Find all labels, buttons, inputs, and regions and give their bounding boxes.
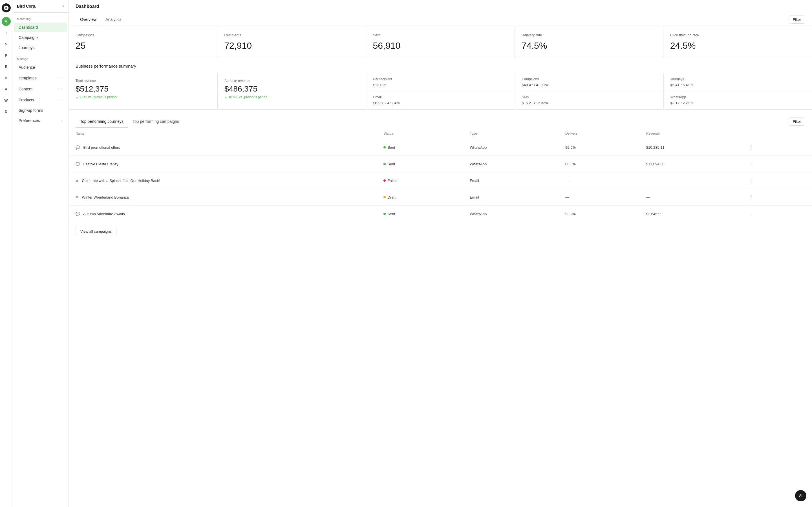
- campaign-type: WhatsApp: [463, 156, 559, 172]
- more-button[interactable]: ⋮: [746, 160, 756, 168]
- campaign-revenue: $10,235.11: [640, 139, 740, 156]
- status-dot-sent: [384, 213, 386, 215]
- table-tabs-bar: Top performing Journeys Top performing c…: [69, 115, 812, 128]
- perf-change: 2.5% vs. previous period: [75, 95, 210, 99]
- main-tabs: Overview Analytics: [75, 13, 126, 26]
- campaign-status: Sent: [377, 206, 463, 222]
- view-all-campaigns-button[interactable]: View all campaigns: [75, 227, 116, 236]
- table-row: ✉ Winter Wonderland Bonanza Draft Email …: [69, 189, 812, 206]
- more-icon[interactable]: ⋯: [58, 86, 62, 92]
- perf-label: Journeys: [670, 77, 805, 81]
- more-icon[interactable]: ⋯: [58, 75, 62, 80]
- status-label: Sent: [388, 212, 395, 216]
- perf-value: $512,375: [75, 84, 210, 94]
- stat-label: Campaigns: [75, 33, 210, 37]
- sidebar-item-dashboard[interactable]: Dashboard: [14, 22, 67, 32]
- dashboard-content: Campaigns 25 Recipients 72,910 Sent 56,9…: [69, 26, 812, 507]
- campaign-delivers: 99.6%: [559, 139, 640, 156]
- sidebar-item-campaigns[interactable]: Campaigns: [14, 33, 67, 42]
- rail-icon-m[interactable]: M: [2, 17, 11, 26]
- more-icon[interactable]: ⋯: [58, 97, 62, 103]
- sidebar-item-journeys[interactable]: Journeys: [14, 43, 67, 52]
- rail-icon-d[interactable]: D: [2, 107, 11, 116]
- more-button[interactable]: ⋮: [746, 210, 756, 218]
- status-dot-draft: [384, 196, 386, 198]
- rail-icon-h[interactable]: H: [2, 73, 11, 82]
- rail-icon-p[interactable]: P: [2, 51, 11, 60]
- stat-card-click-through: Click through rate 24.5%: [663, 26, 812, 58]
- perf-sub-value: $61.28 / 46.84%: [373, 101, 508, 105]
- perf-cell-whatsapp-rev: WhatsApp $2.12 / 2.21%: [663, 91, 812, 109]
- sidebar-item-audience[interactable]: Audience: [14, 62, 67, 72]
- filter-button[interactable]: Filter: [789, 15, 805, 24]
- stat-label: Recipients: [224, 33, 359, 37]
- ai-button[interactable]: AI: [795, 490, 806, 501]
- campaigns-table: Name Status Type Delivers Revenue 💬 Bird…: [69, 128, 812, 222]
- business-perf-section: Business performance summary Total reven…: [69, 58, 812, 110]
- stat-card-delivery-rate: Delivery rate 74.5%: [515, 26, 663, 58]
- sidebar-item-label: Campaigns: [18, 35, 39, 40]
- tab-top-campaigns[interactable]: Top performing campaigns: [128, 115, 184, 128]
- rail-icon-e[interactable]: E: [2, 62, 11, 71]
- sidebar: Bird Corp. ▾ Marketing Dashboard Campaig…: [12, 0, 69, 507]
- campaign-revenue: $12,894.36: [640, 156, 740, 172]
- sidebar-item-content[interactable]: Content ⋯: [14, 83, 67, 94]
- campaign-actions: ⋮: [740, 189, 812, 206]
- campaign-name: 💬 Autumn Adventure Awaits: [69, 206, 377, 222]
- perf-cell-campaigns-rev: Campaigns $48.47 / 41.11%: [515, 73, 663, 91]
- perf-label: WhatsApp: [670, 95, 805, 99]
- tab-top-journeys[interactable]: Top performing Journeys: [75, 115, 128, 128]
- more-button[interactable]: ⋮: [746, 176, 756, 185]
- status-label: Failed: [388, 179, 397, 183]
- perf-label: Campaigns: [522, 77, 657, 81]
- perf-right-grid: Per recipient $121.36 Campaigns $48.47 /…: [366, 73, 812, 109]
- section-title: Business performance summary: [69, 58, 812, 73]
- campaign-status: Draft: [377, 189, 463, 206]
- status-label: Draft: [388, 195, 395, 200]
- status-label: Sent: [388, 162, 395, 166]
- perf-card-total-revenue: Total revenue $512,375 2.5% vs. previous…: [69, 73, 217, 109]
- campaign-delivers: —: [559, 189, 640, 206]
- sidebar-item-products[interactable]: Products ⋯: [14, 95, 67, 105]
- company-name: Bird Corp.: [17, 4, 36, 8]
- table-filter-button[interactable]: Filter: [789, 117, 805, 126]
- col-actions: [740, 128, 812, 139]
- perf-label: Total revenue: [75, 79, 210, 83]
- tables-section: Top performing Journeys Top performing c…: [69, 115, 812, 240]
- tab-analytics[interactable]: Analytics: [101, 13, 126, 26]
- whatsapp-icon: 💬: [75, 162, 80, 166]
- tab-overview[interactable]: Overview: [75, 13, 101, 26]
- rail-icon-a[interactable]: A: [2, 84, 11, 94]
- stat-value: 72,910: [224, 41, 359, 51]
- rail-icon-w[interactable]: W: [2, 96, 11, 105]
- stat-value: 24.5%: [670, 41, 805, 51]
- campaign-delivers: 92.2%: [559, 206, 640, 222]
- campaign-delivers: 85.8%: [559, 156, 640, 172]
- campaign-status: Sent: [377, 156, 463, 172]
- more-button[interactable]: ⋮: [746, 193, 756, 202]
- rail-icon-s[interactable]: S: [2, 40, 11, 48]
- sidebar-item-label: Products: [18, 98, 34, 102]
- sidebar-item-preferences[interactable]: Preferences ›: [14, 116, 67, 125]
- campaign-revenue: —: [640, 172, 740, 189]
- perf-sub-value: $15.21 / 12.33%: [522, 101, 657, 105]
- view-all-section: View all campaigns: [69, 222, 812, 240]
- app-logo[interactable]: [2, 3, 11, 12]
- sidebar-item-label: Audience: [18, 65, 35, 69]
- more-button[interactable]: ⋮: [746, 143, 756, 152]
- campaign-revenue: $2,645.99: [640, 206, 740, 222]
- table-tabs: Top performing Journeys Top performing c…: [75, 115, 184, 128]
- sidebar-item-templates[interactable]: Templates ⋯: [14, 73, 67, 83]
- campaign-type: Email: [463, 189, 559, 206]
- col-revenue: Revenue: [640, 128, 740, 139]
- company-switcher[interactable]: Bird Corp. ▾: [12, 0, 68, 13]
- sidebar-item-label: Content: [18, 87, 33, 91]
- sidebar-item-label: Sign-up forms: [18, 108, 43, 113]
- perf-card-attr-revenue: Attribute revenue $486,375 10.5% vs. pre…: [217, 73, 366, 109]
- sidebar-item-signup-forms[interactable]: Sign-up forms: [14, 106, 67, 115]
- campaign-delivers: —: [559, 172, 640, 189]
- campaign-type: Email: [463, 172, 559, 189]
- chevron-right-icon: ›: [61, 119, 62, 122]
- perf-grid: Total revenue $512,375 2.5% vs. previous…: [69, 73, 812, 110]
- rail-icon-i[interactable]: I: [2, 28, 11, 37]
